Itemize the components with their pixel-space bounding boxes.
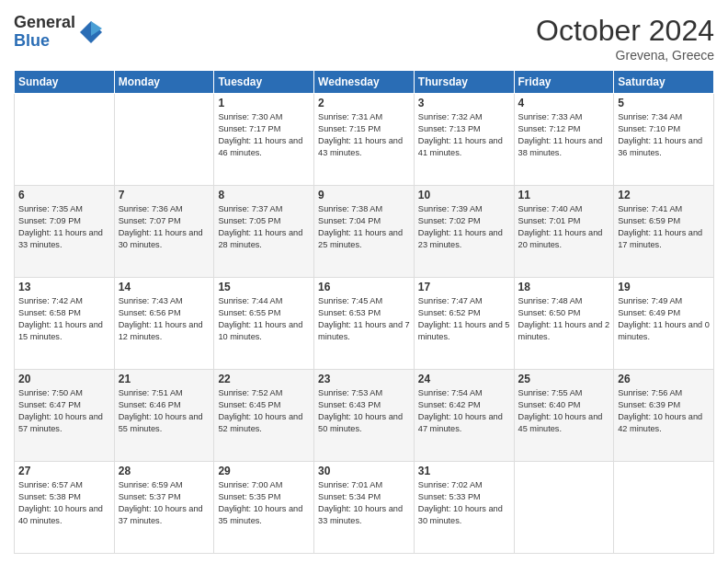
calendar-cell: 28 Sunrise: 6:59 AM Sunset: 5:37 PM Dayl… xyxy=(114,462,214,554)
daylight-text: Daylight: 10 hours and 52 minutes. xyxy=(218,412,302,433)
sunrise-text: Sunrise: 6:57 AM xyxy=(18,480,83,489)
calendar-cell: 27 Sunrise: 6:57 AM Sunset: 5:38 PM Dayl… xyxy=(15,462,115,554)
sunrise-text: Sunrise: 7:55 AM xyxy=(518,388,583,397)
daylight-text: Daylight: 10 hours and 30 minutes. xyxy=(418,504,503,525)
day-info: Sunrise: 7:33 AM Sunset: 7:12 PM Dayligh… xyxy=(518,111,610,159)
weekday-header: Sunday xyxy=(15,71,115,94)
logo-general-text: General xyxy=(14,14,75,32)
calendar-cell: 6 Sunrise: 7:35 AM Sunset: 7:09 PM Dayli… xyxy=(15,186,115,278)
sunrise-text: Sunrise: 7:35 AM xyxy=(18,204,83,213)
daylight-text: Daylight: 11 hours and 23 minutes. xyxy=(418,228,503,249)
day-number: 5 xyxy=(618,97,710,109)
calendar-cell: 8 Sunrise: 7:37 AM Sunset: 7:05 PM Dayli… xyxy=(214,186,314,278)
day-number: 1 xyxy=(218,97,310,109)
day-number: 24 xyxy=(418,373,510,385)
sunrise-text: Sunrise: 7:01 AM xyxy=(318,480,382,489)
sunrise-text: Sunrise: 7:41 AM xyxy=(618,204,682,213)
calendar-cell: 29 Sunrise: 7:00 AM Sunset: 5:35 PM Dayl… xyxy=(214,462,314,554)
title-block: October 2024 Grevena, Greece xyxy=(536,14,714,63)
day-number: 14 xyxy=(119,281,210,293)
daylight-text: Daylight: 11 hours and 33 minutes. xyxy=(18,228,103,249)
day-number: 25 xyxy=(518,373,610,385)
calendar-cell: 11 Sunrise: 7:40 AM Sunset: 7:01 PM Dayl… xyxy=(514,186,614,278)
sunset-text: Sunset: 6:39 PM xyxy=(618,400,680,409)
sunset-text: Sunset: 5:33 PM xyxy=(418,492,481,501)
sunrise-text: Sunrise: 7:54 AM xyxy=(418,388,483,397)
day-number: 3 xyxy=(418,97,510,109)
day-info: Sunrise: 7:02 AM Sunset: 5:33 PM Dayligh… xyxy=(418,479,510,527)
day-number: 15 xyxy=(218,281,310,293)
logo-icon xyxy=(78,19,104,45)
daylight-text: Daylight: 11 hours and 17 minutes. xyxy=(618,228,702,249)
day-number: 22 xyxy=(218,373,310,385)
calendar-cell: 26 Sunrise: 7:56 AM Sunset: 6:39 PM Dayl… xyxy=(614,370,714,462)
sunrise-text: Sunrise: 7:44 AM xyxy=(218,296,282,305)
sunset-text: Sunset: 7:09 PM xyxy=(18,216,81,225)
day-info: Sunrise: 7:32 AM Sunset: 7:13 PM Dayligh… xyxy=(418,111,510,159)
day-info: Sunrise: 7:44 AM Sunset: 6:55 PM Dayligh… xyxy=(218,295,310,343)
sunset-text: Sunset: 6:43 PM xyxy=(318,400,381,409)
day-info: Sunrise: 7:00 AM Sunset: 5:35 PM Dayligh… xyxy=(218,479,310,527)
sunrise-text: Sunrise: 7:42 AM xyxy=(18,296,83,305)
day-info: Sunrise: 7:47 AM Sunset: 6:52 PM Dayligh… xyxy=(418,295,510,343)
sunset-text: Sunset: 7:10 PM xyxy=(618,124,680,133)
calendar-cell: 30 Sunrise: 7:01 AM Sunset: 5:34 PM Dayl… xyxy=(314,462,415,554)
day-info: Sunrise: 7:36 AM Sunset: 7:07 PM Dayligh… xyxy=(119,203,210,251)
sunset-text: Sunset: 7:01 PM xyxy=(518,216,581,225)
calendar-cell xyxy=(114,94,214,186)
sunset-text: Sunset: 7:05 PM xyxy=(218,216,280,225)
day-info: Sunrise: 7:43 AM Sunset: 6:56 PM Dayligh… xyxy=(119,295,210,343)
day-number: 31 xyxy=(418,465,510,477)
calendar-cell: 2 Sunrise: 7:31 AM Sunset: 7:15 PM Dayli… xyxy=(314,94,415,186)
day-number: 12 xyxy=(618,189,710,201)
sunset-text: Sunset: 6:46 PM xyxy=(119,400,181,409)
sunset-text: Sunset: 6:58 PM xyxy=(18,308,81,317)
calendar-week-row: 6 Sunrise: 7:35 AM Sunset: 7:09 PM Dayli… xyxy=(15,186,714,278)
daylight-text: Daylight: 10 hours and 37 minutes. xyxy=(119,504,203,525)
sunrise-text: Sunrise: 7:38 AM xyxy=(318,204,382,213)
calendar-cell xyxy=(514,462,614,554)
sunrise-text: Sunrise: 7:43 AM xyxy=(119,296,183,305)
day-number: 26 xyxy=(618,373,710,385)
sunset-text: Sunset: 5:38 PM xyxy=(18,492,81,501)
daylight-text: Daylight: 11 hours and 10 minutes. xyxy=(218,320,302,341)
day-number: 20 xyxy=(18,373,110,385)
day-info: Sunrise: 7:56 AM Sunset: 6:39 PM Dayligh… xyxy=(618,387,710,435)
calendar-cell: 10 Sunrise: 7:39 AM Sunset: 7:02 PM Dayl… xyxy=(414,186,514,278)
weekday-header: Wednesday xyxy=(314,71,415,94)
sunset-text: Sunset: 7:12 PM xyxy=(518,124,581,133)
calendar-cell xyxy=(15,94,115,186)
calendar-week-row: 20 Sunrise: 7:50 AM Sunset: 6:47 PM Dayl… xyxy=(15,370,714,462)
day-number: 17 xyxy=(418,281,510,293)
daylight-text: Daylight: 10 hours and 33 minutes. xyxy=(318,504,403,525)
calendar-cell: 20 Sunrise: 7:50 AM Sunset: 6:47 PM Dayl… xyxy=(15,370,115,462)
daylight-text: Daylight: 11 hours and 46 minutes. xyxy=(218,136,302,157)
sunset-text: Sunset: 6:40 PM xyxy=(518,400,581,409)
day-number: 6 xyxy=(18,189,110,201)
day-info: Sunrise: 7:54 AM Sunset: 6:42 PM Dayligh… xyxy=(418,387,510,435)
calendar-week-row: 13 Sunrise: 7:42 AM Sunset: 6:58 PM Dayl… xyxy=(15,278,714,370)
day-info: Sunrise: 7:30 AM Sunset: 7:17 PM Dayligh… xyxy=(218,111,310,159)
weekday-header: Thursday xyxy=(414,71,514,94)
daylight-text: Daylight: 11 hours and 20 minutes. xyxy=(518,228,603,249)
day-info: Sunrise: 7:49 AM Sunset: 6:49 PM Dayligh… xyxy=(618,295,710,343)
sunrise-text: Sunrise: 7:32 AM xyxy=(418,112,483,121)
calendar-cell: 23 Sunrise: 7:53 AM Sunset: 6:43 PM Dayl… xyxy=(314,370,415,462)
calendar-cell: 3 Sunrise: 7:32 AM Sunset: 7:13 PM Dayli… xyxy=(414,94,514,186)
sunrise-text: Sunrise: 7:50 AM xyxy=(18,388,83,397)
sunset-text: Sunset: 6:55 PM xyxy=(218,308,280,317)
calendar-week-row: 27 Sunrise: 6:57 AM Sunset: 5:38 PM Dayl… xyxy=(15,462,714,554)
calendar-cell: 4 Sunrise: 7:33 AM Sunset: 7:12 PM Dayli… xyxy=(514,94,614,186)
calendar-cell: 21 Sunrise: 7:51 AM Sunset: 6:46 PM Dayl… xyxy=(114,370,214,462)
sunset-text: Sunset: 6:53 PM xyxy=(318,308,381,317)
sunset-text: Sunset: 5:35 PM xyxy=(218,492,280,501)
logo: General Blue xyxy=(14,14,104,51)
day-info: Sunrise: 7:53 AM Sunset: 6:43 PM Dayligh… xyxy=(318,387,410,435)
calendar-cell: 17 Sunrise: 7:47 AM Sunset: 6:52 PM Dayl… xyxy=(414,278,514,370)
sunset-text: Sunset: 6:45 PM xyxy=(218,400,280,409)
daylight-text: Daylight: 10 hours and 47 minutes. xyxy=(418,412,503,433)
day-info: Sunrise: 7:38 AM Sunset: 7:04 PM Dayligh… xyxy=(318,203,410,251)
sunrise-text: Sunrise: 7:45 AM xyxy=(318,296,382,305)
calendar-cell: 24 Sunrise: 7:54 AM Sunset: 6:42 PM Dayl… xyxy=(414,370,514,462)
day-info: Sunrise: 7:39 AM Sunset: 7:02 PM Dayligh… xyxy=(418,203,510,251)
